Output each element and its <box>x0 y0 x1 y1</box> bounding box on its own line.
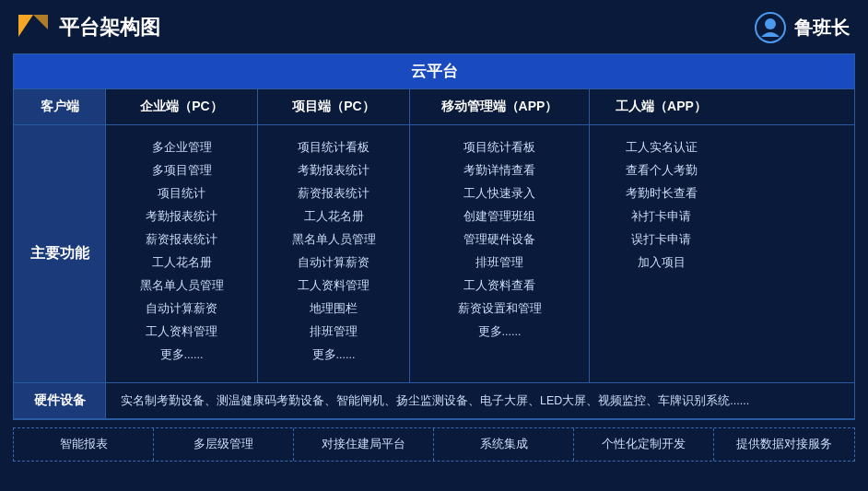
list-item: 项目统计看板 <box>419 138 580 157</box>
feature-item-1: 多层级管理 <box>154 428 294 461</box>
list-item: 工人资料管理 <box>115 322 248 341</box>
list-item: 管理硬件设备 <box>419 230 580 249</box>
features-row: 智能报表 多层级管理 对接住建局平台 系统集成 个性化定制开发 提供数据对接服务 <box>13 427 855 462</box>
main-table: 云平台 客户端 企业端（PC） 项目端（PC） 移动管理端（APP） 工人端（A… <box>13 53 855 420</box>
feature-item-0: 智能报表 <box>14 428 154 461</box>
col-header-client: 客户端 <box>14 89 106 124</box>
list-item: 工人资料管理 <box>267 276 400 295</box>
svg-point-3 <box>765 18 776 29</box>
feature-item-5: 提供数据对接服务 <box>714 428 854 461</box>
list-item: 多企业管理 <box>115 138 248 157</box>
logo-icon <box>15 11 48 44</box>
list-item: 更多...... <box>267 345 400 364</box>
cloud-platform-header: 云平台 <box>14 54 854 89</box>
list-item: 更多...... <box>419 322 580 341</box>
list-item: 项目统计看板 <box>267 138 400 157</box>
main-function-label: 主要功能 <box>14 125 106 382</box>
list-item: 工人花名册 <box>267 207 400 226</box>
list-item: 排班管理 <box>267 322 400 341</box>
list-item: 薪资报表统计 <box>115 230 248 249</box>
list-item: 工人实名认证 <box>599 138 723 157</box>
list-item: 黑名单人员管理 <box>115 276 248 295</box>
feature-item-3: 系统集成 <box>434 428 574 461</box>
hardware-content: 实名制考勤设备、测温健康码考勤设备、智能闸机、扬尘监测设备、电子大屏、LED大屏… <box>106 383 854 418</box>
list-item: 项目统计 <box>115 184 248 203</box>
col-header-worker: 工人端（APP） <box>590 89 733 124</box>
list-item: 考勤详情查看 <box>419 161 580 180</box>
list-item: 加入项目 <box>599 253 723 272</box>
list-item: 工人花名册 <box>115 253 248 272</box>
list-item: 排班管理 <box>419 253 580 272</box>
list-item: 多项目管理 <box>115 161 248 180</box>
main-function-row: 主要功能 多企业管理 多项目管理 项目统计 考勤报表统计 薪资报表统计 工人花名… <box>14 125 854 383</box>
header: 平台架构图 鲁班长 <box>0 0 868 53</box>
feature-item-2: 对接住建局平台 <box>294 428 434 461</box>
feature-item-4: 个性化定制开发 <box>574 428 714 461</box>
list-item: 补打卡申请 <box>599 207 723 226</box>
column-headers: 客户端 企业端（PC） 项目端（PC） 移动管理端（APP） 工人端（APP） <box>14 89 854 125</box>
list-item: 薪资报表统计 <box>267 184 400 203</box>
svg-marker-1 <box>33 15 48 29</box>
brand-logo: 鲁班长 <box>754 11 850 44</box>
mobile-funcs: 项目统计看板 考勤详情查看 工人快速录入 创建管理班组 管理硬件设备 排班管理 … <box>410 125 590 382</box>
list-item: 考勤报表统计 <box>115 207 248 226</box>
page-title: 平台架构图 <box>59 14 160 41</box>
list-item: 自动计算薪资 <box>115 299 248 318</box>
list-item: 自动计算薪资 <box>267 253 400 272</box>
list-item: 更多...... <box>115 345 248 364</box>
project-funcs: 项目统计看板 考勤报表统计 薪资报表统计 工人花名册 黑名单人员管理 自动计算薪… <box>258 125 410 382</box>
list-item: 工人资料查看 <box>419 276 580 295</box>
list-item: 地理围栏 <box>267 299 400 318</box>
list-item: 黑名单人员管理 <box>267 230 400 249</box>
brand-icon <box>754 11 787 44</box>
hardware-label: 硬件设备 <box>14 383 106 418</box>
col-header-enterprise: 企业端（PC） <box>106 89 258 124</box>
list-item: 薪资设置和管理 <box>419 299 580 318</box>
enterprise-funcs: 多企业管理 多项目管理 项目统计 考勤报表统计 薪资报表统计 工人花名册 黑名单… <box>106 125 258 382</box>
list-item: 创建管理班组 <box>419 207 580 226</box>
col-header-mobile: 移动管理端（APP） <box>410 89 590 124</box>
list-item: 考勤时长查看 <box>599 184 723 203</box>
header-left: 平台架构图 <box>15 11 160 44</box>
list-item: 工人快速录入 <box>419 184 580 203</box>
brand-name: 鲁班长 <box>794 16 850 41</box>
list-item: 考勤报表统计 <box>267 161 400 180</box>
list-item: 误打卡申请 <box>599 230 723 249</box>
worker-funcs: 工人实名认证 查看个人考勤 考勤时长查看 补打卡申请 误打卡申请 加入项目 <box>590 125 733 382</box>
list-item: 查看个人考勤 <box>599 161 723 180</box>
hardware-row: 硬件设备 实名制考勤设备、测温健康码考勤设备、智能闸机、扬尘监测设备、电子大屏、… <box>14 383 854 419</box>
svg-marker-0 <box>18 15 33 37</box>
col-header-project: 项目端（PC） <box>258 89 410 124</box>
